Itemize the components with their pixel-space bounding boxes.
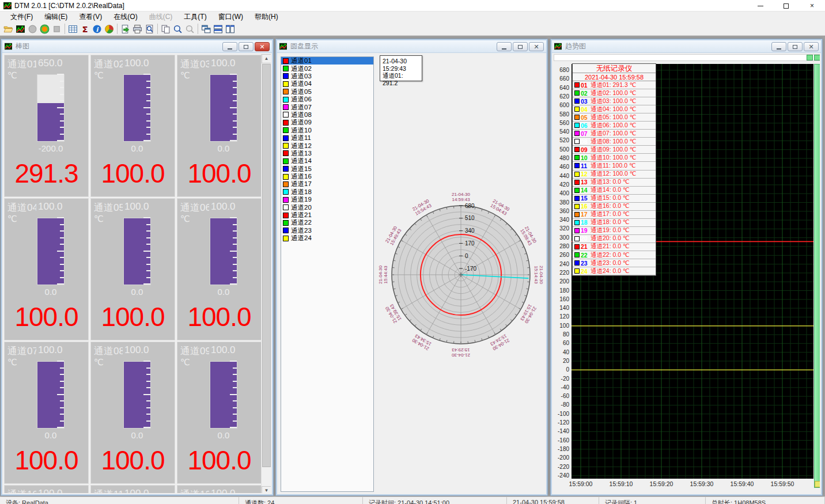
legend-row: 14通道14: 0.0 ℃ (573, 187, 656, 195)
record-icon[interactable] (39, 23, 51, 35)
copy-icon[interactable] (160, 23, 172, 35)
legend-datetime: 2021-04-30 15:59:58 (573, 73, 656, 81)
bar-window-title-bar[interactable]: 棒图 ✕ (2, 40, 272, 53)
pie-chart-icon[interactable] (103, 23, 115, 35)
channel-item[interactable]: 通道13 (281, 150, 373, 157)
channel-item[interactable]: 通道02 (281, 65, 373, 72)
realtime-chart-icon[interactable] (14, 23, 27, 35)
scale-min: 0.0 (5, 430, 97, 440)
menu-help[interactable]: 帮助(H) (249, 12, 284, 22)
disc-window-title-bar[interactable]: 圆盘显示 ✕ (277, 40, 546, 53)
bar-window-scrollbar[interactable]: ▲ ▼ (261, 54, 271, 493)
channel-item[interactable]: 通道21 (281, 211, 373, 219)
menu-tools[interactable]: 工具(T) (178, 12, 212, 22)
channel-item[interactable]: 通道22 (281, 219, 373, 226)
y-axis-tick-label: 360 (553, 208, 569, 214)
print-icon[interactable] (131, 23, 143, 35)
stop-disabled-icon[interactable] (51, 23, 63, 35)
scroll-thumb-icon[interactable] (807, 55, 813, 60)
trend-minimize-button[interactable] (771, 42, 786, 51)
channel-item[interactable]: 通道14 (281, 157, 373, 165)
info-icon[interactable]: i (91, 23, 103, 35)
tile-vertical-icon[interactable] (224, 23, 236, 35)
toolbar-separator (198, 24, 198, 34)
channel-item[interactable]: 通道06 (281, 96, 373, 103)
zoom-disabled-icon[interactable] (184, 23, 196, 35)
channel-item[interactable]: 通道11 (281, 134, 373, 142)
export-icon[interactable] (119, 23, 131, 35)
channel-color-swatch (283, 150, 289, 156)
channel-item[interactable]: 通道10 (281, 127, 373, 134)
scrollbar-thumb[interactable] (262, 64, 271, 467)
legend-channel-number: 01 (581, 82, 591, 89)
trend-v-scrollbar[interactable] (814, 64, 820, 488)
channel-item[interactable]: 通道19 (281, 196, 373, 203)
menu-view[interactable]: 查看(V) (73, 12, 108, 22)
trend-window-title-bar[interactable]: 趋势图 ✕ (552, 40, 821, 53)
channel-item[interactable]: 通道23 (281, 227, 373, 234)
channel-item[interactable]: 通道09 (281, 119, 373, 126)
channel-item[interactable]: 通道04 (281, 80, 373, 88)
menu-file[interactable]: 文件(F) (5, 12, 39, 22)
scroll-up-icon[interactable]: ▲ (262, 54, 271, 63)
menu-window[interactable]: 窗口(W) (213, 12, 249, 22)
bar-restore-button[interactable] (239, 42, 253, 51)
svg-text:15:29:43: 15:29:43 (452, 347, 470, 353)
scroll-arrow-icon[interactable] (814, 55, 820, 60)
bar-gauge-cell: 通道06100.0℃0.0100.0 (177, 198, 262, 340)
maximize-button[interactable] (773, 0, 799, 12)
main-title-bar[interactable]: DTM 2.0.1 [C:\DTM 2.0.2\RealData] × (0, 0, 825, 12)
trend-h-scrollbar[interactable] (554, 54, 820, 61)
print-preview-icon[interactable] (143, 23, 156, 35)
zoom-icon[interactable] (172, 23, 184, 35)
x-axis-tick-label: 15:59:10 (604, 480, 638, 487)
y-axis-tick-label: 80 (553, 331, 569, 338)
channel-item[interactable]: 通道05 (281, 88, 373, 96)
scroll-down-icon[interactable]: ▼ (262, 486, 271, 493)
legend-channel-value: 通道22: 0.0 ℃ (591, 251, 630, 259)
menu-bar: 文件(F)编辑(E)查看(V)在线(O)曲线(C)工具(T)窗口(W)帮助(H) (0, 12, 825, 22)
bar-gauge-cell: 通道09100.0℃0.0100.0 (177, 342, 262, 484)
menu-edit[interactable]: 编辑(E) (39, 12, 73, 22)
legend-channel-value: 通道06: 100.0 ℃ (591, 122, 637, 130)
cascade-windows-icon[interactable] (200, 23, 212, 35)
channel-name: 通道02 (94, 58, 123, 69)
channel-item[interactable]: 通道24 (281, 234, 373, 242)
close-button[interactable]: × (799, 0, 825, 12)
unit-label: ℃ (180, 70, 190, 81)
menu-curve[interactable]: 曲线(C) (143, 12, 179, 22)
sum-icon[interactable]: Σ (79, 23, 91, 35)
channel-item[interactable]: 通道01 (281, 57, 373, 65)
y-axis-tick-label: 0 (553, 366, 569, 373)
trend-close-button[interactable]: ✕ (804, 42, 819, 51)
open-folder-icon[interactable] (2, 23, 14, 35)
channel-item[interactable]: 通道08 (281, 111, 373, 119)
disc-close-button[interactable]: ✕ (529, 42, 544, 51)
legend-channel-number: 03 (581, 98, 591, 105)
bar-close-button[interactable]: ✕ (255, 42, 270, 51)
bar-gauge-cell: 通道08100.0℃0.0100.0 (90, 342, 175, 484)
trend-restore-button[interactable] (788, 42, 803, 51)
disc-minimize-button[interactable] (497, 42, 512, 51)
menu-online[interactable]: 在线(O) (108, 12, 143, 22)
tile-horizontal-icon[interactable] (212, 23, 224, 35)
legend-channel-number: 16 (581, 203, 591, 210)
minimize-button[interactable] (747, 0, 773, 12)
bar-minimize-button[interactable] (222, 42, 237, 51)
channel-item[interactable]: 通道03 (281, 73, 373, 80)
legend-color-swatch (574, 228, 580, 233)
channel-item[interactable]: 通道15 (281, 165, 373, 172)
data-table-icon[interactable] (67, 23, 79, 35)
channel-item[interactable]: 通道16 (281, 173, 373, 180)
disc-restore-button[interactable] (513, 42, 528, 51)
legend-color-swatch (574, 123, 580, 128)
disc-display-window: 圆盘显示 ✕ 通道01通道02通道03通道04通道05通道06通道07通道08通… (276, 39, 547, 495)
channel-item[interactable]: 通道18 (281, 188, 373, 196)
channel-item[interactable]: 通道12 (281, 142, 373, 149)
channel-item[interactable]: 通道17 (281, 180, 373, 188)
record-disabled-icon[interactable] (27, 23, 39, 35)
channel-item[interactable]: 通道07 (281, 103, 373, 111)
scroll-corner-icon[interactable] (815, 481, 820, 487)
unit-label: ℃ (180, 357, 190, 367)
channel-item[interactable]: 通道20 (281, 203, 373, 211)
